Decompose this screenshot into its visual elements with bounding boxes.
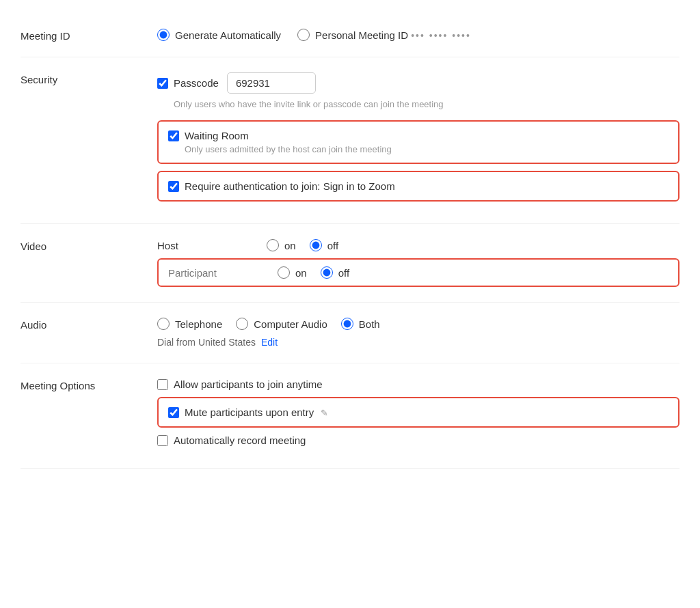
meeting-options-content: Allow participants to join anytime Mute …: [157, 378, 679, 453]
meeting-id-content: Generate Automatically Personal Meeting …: [157, 29, 679, 41]
auto-record-checkbox[interactable]: [157, 435, 168, 446]
meeting-id-section: Meeting ID Generate Automatically Person…: [21, 14, 679, 57]
require-auth-checkbox-option[interactable]: Require authentication to join: Sign in …: [168, 180, 669, 192]
computer-audio-option[interactable]: Computer Audio: [236, 318, 327, 330]
both-label[interactable]: Both: [359, 318, 380, 330]
allow-join-checkbox[interactable]: [157, 379, 168, 390]
generate-auto-label[interactable]: Generate Automatically: [175, 29, 281, 41]
participant-highlight-box: Participant on off: [157, 258, 679, 287]
require-auth-checkbox[interactable]: [168, 181, 179, 192]
require-auth-box: Require authentication to join: Sign in …: [157, 171, 679, 202]
host-on-label[interactable]: on: [284, 240, 296, 251]
mute-checkbox[interactable]: [168, 407, 179, 418]
host-off-option[interactable]: off: [310, 239, 338, 251]
waiting-room-checkbox-option[interactable]: Waiting Room: [168, 130, 669, 141]
dial-from-label: Dial from United States: [157, 337, 256, 348]
audio-label: Audio: [21, 318, 157, 331]
allow-join-label[interactable]: Allow participants to join anytime: [174, 378, 323, 390]
passcode-row: Passcode: [157, 72, 679, 94]
participant-on-option[interactable]: on: [278, 266, 307, 279]
telephone-label[interactable]: Telephone: [175, 318, 222, 330]
video-label: Video: [21, 239, 157, 252]
participant-off-label[interactable]: off: [338, 267, 349, 279]
participant-video-options: on off: [278, 266, 349, 279]
waiting-room-checkbox[interactable]: [168, 130, 179, 141]
participant-off-option[interactable]: off: [321, 266, 349, 279]
passcode-label[interactable]: Passcode: [174, 77, 219, 89]
personal-meeting-radio[interactable]: [297, 29, 310, 41]
computer-audio-label[interactable]: Computer Audio: [254, 318, 327, 330]
waiting-room-helper: Only users admitted by the host can join…: [185, 144, 669, 154]
passcode-input[interactable]: [227, 72, 316, 94]
participant-on-radio[interactable]: [278, 266, 290, 279]
personal-meeting-label: Personal Meeting ID ••• •••• ••••: [315, 29, 471, 41]
waiting-room-label[interactable]: Waiting Room: [185, 130, 249, 141]
security-content: Passcode Only users who have the invite …: [157, 72, 679, 208]
computer-audio-radio[interactable]: [236, 318, 248, 330]
host-row: Host on off: [157, 239, 679, 251]
participant-off-radio[interactable]: [321, 266, 333, 279]
personal-id-blurred: ••• •••• ••••: [411, 30, 471, 41]
allow-join-checkbox-option[interactable]: Allow participants to join anytime: [157, 378, 679, 390]
telephone-option[interactable]: Telephone: [157, 318, 222, 330]
security-label: Security: [21, 72, 157, 85]
mute-checkbox-option[interactable]: Mute participants upon entry ✎: [168, 406, 669, 418]
meeting-id-label: Meeting ID: [21, 29, 157, 42]
host-label: Host: [157, 240, 267, 251]
personal-meeting-option[interactable]: Personal Meeting ID ••• •••• ••••: [297, 29, 471, 41]
telephone-radio[interactable]: [157, 318, 170, 330]
participant-on-label[interactable]: on: [295, 267, 307, 279]
audio-content: Telephone Computer Audio Both Dial from …: [157, 318, 679, 348]
host-off-label[interactable]: off: [327, 240, 338, 251]
participant-label: Participant: [168, 267, 278, 279]
edit-link[interactable]: Edit: [261, 337, 278, 348]
passcode-helper: Only users who have the invite link or p…: [174, 99, 679, 109]
mute-label: Mute participants upon entry ✎: [185, 406, 328, 418]
generate-auto-option[interactable]: Generate Automatically: [157, 29, 281, 41]
passcode-checkbox-option[interactable]: Passcode: [157, 77, 219, 89]
host-on-option[interactable]: on: [267, 239, 296, 251]
dial-row: Dial from United States Edit: [157, 337, 679, 348]
mute-highlight-box: Mute participants upon entry ✎: [157, 397, 679, 428]
audio-section: Audio Telephone Computer Audio Both Dial…: [21, 303, 679, 363]
auto-record-checkbox-option[interactable]: Automatically record meeting: [157, 434, 679, 446]
host-off-radio[interactable]: [310, 239, 322, 251]
generate-auto-radio[interactable]: [157, 29, 170, 41]
auto-record-row: Automatically record meeting: [157, 434, 679, 446]
meeting-options-label: Meeting Options: [21, 378, 157, 391]
auto-record-label[interactable]: Automatically record meeting: [174, 434, 306, 446]
security-section: Security Passcode Only users who have th…: [21, 57, 679, 224]
waiting-room-box: Waiting Room Only users admitted by the …: [157, 120, 679, 164]
both-option[interactable]: Both: [341, 318, 380, 330]
require-auth-label[interactable]: Require authentication to join: Sign in …: [185, 180, 395, 192]
video-content: Host on off Participant on: [157, 239, 679, 287]
audio-options: Telephone Computer Audio Both: [157, 318, 679, 330]
passcode-checkbox[interactable]: [157, 78, 168, 89]
host-on-radio[interactable]: [267, 239, 279, 251]
both-radio[interactable]: [341, 318, 353, 330]
meeting-id-radio-group: Generate Automatically Personal Meeting …: [157, 29, 679, 41]
meeting-options-section: Meeting Options Allow participants to jo…: [21, 363, 679, 469]
allow-join-row: Allow participants to join anytime: [157, 378, 679, 390]
mute-icon: ✎: [321, 408, 328, 418]
video-section: Video Host on off Participant: [21, 224, 679, 303]
host-video-options: on off: [267, 239, 338, 251]
